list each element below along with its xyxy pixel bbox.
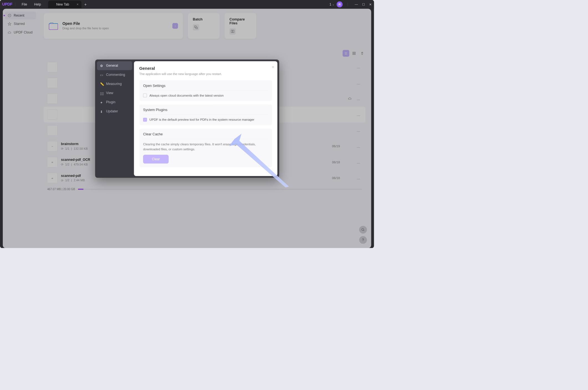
- view-icon: ▯▯: [100, 91, 104, 95]
- divider: [347, 3, 348, 6]
- close-icon[interactable]: ×: [76, 2, 78, 7]
- clear-cache-section: Clear Cache Clearing the cache simply cl…: [139, 129, 272, 167]
- modal-title: General: [139, 66, 272, 71]
- tab-new[interactable]: New Tab ×: [48, 1, 81, 8]
- checkbox-label: Always open cloud documents with the lat…: [149, 94, 224, 97]
- system-plugins-section: System Plugins ✓ UPDF is the default pre…: [139, 104, 272, 125]
- minimize-button[interactable]: —: [355, 2, 358, 6]
- divider: [15, 3, 16, 6]
- section-title: Clear Cache: [143, 132, 268, 139]
- tab-title: New Tab: [51, 2, 75, 6]
- modal-tab-label: Commenting: [106, 73, 125, 77]
- modal-sidebar: ⚙ General ▭ Commenting 📏 Measuring ▯▯ Vi…: [95, 60, 134, 178]
- cache-description: Clearing the cache simply clears tempora…: [143, 142, 268, 151]
- modal-tab-general[interactable]: ⚙ General: [97, 61, 132, 70]
- logo: UUPDFPDF: [2, 2, 12, 7]
- modal-tab-label: Measuring: [106, 82, 122, 86]
- comment-icon: ▭: [100, 73, 104, 77]
- modal-tab-label: General: [106, 64, 118, 68]
- modal-tab-commenting[interactable]: ▭ Commenting: [97, 70, 132, 79]
- download-icon: ⬇: [100, 110, 104, 113]
- menu-file[interactable]: File: [18, 2, 30, 6]
- titlebar: UUPDFPDF File Help New Tab × + 1 ⌄ R — ☐…: [0, 0, 374, 9]
- new-tab-button[interactable]: +: [84, 2, 87, 7]
- modal-tab-plugin[interactable]: ✦ Plugin: [97, 98, 132, 107]
- checkbox-label: UPDF is the default preview tool for PDF…: [149, 118, 254, 122]
- close-icon[interactable]: ×: [272, 64, 274, 69]
- settings-modal: ⚙ General ▭ Commenting 📏 Measuring ▯▯ Vi…: [95, 60, 279, 178]
- section-title: System Plugins: [143, 108, 268, 115]
- checkbox-row[interactable]: Always open cloud documents with the lat…: [143, 94, 268, 97]
- modal-tab-label: Plugin: [106, 100, 116, 104]
- modal-tab-updater[interactable]: ⬇ Updater: [97, 107, 132, 116]
- modal-tab-measuring[interactable]: 📏 Measuring: [97, 79, 132, 88]
- modal-content: × General The application will use the n…: [134, 61, 277, 176]
- window-controls: — ☐ ✕: [355, 2, 372, 6]
- close-button[interactable]: ✕: [369, 2, 372, 6]
- maximize-button[interactable]: ☐: [362, 2, 365, 6]
- notification-counter[interactable]: 1 ⌄: [329, 2, 334, 6]
- clear-button[interactable]: Clear: [143, 155, 168, 164]
- section-title: Open Settings: [143, 84, 268, 90]
- app-window: UUPDFPDF File Help New Tab × + 1 ⌄ R — ☐…: [0, 0, 374, 248]
- checkbox[interactable]: [143, 94, 147, 97]
- ruler-icon: 📏: [100, 82, 104, 86]
- checkbox-checked[interactable]: ✓: [143, 118, 147, 122]
- modal-tab-label: View: [106, 91, 113, 95]
- open-settings-section: Open Settings Always open cloud document…: [139, 80, 272, 101]
- avatar[interactable]: R: [337, 1, 343, 7]
- gear-icon: ⚙: [100, 64, 104, 68]
- language-note: The application will use the new languag…: [139, 72, 272, 76]
- modal-tab-view[interactable]: ▯▯ View: [97, 89, 132, 98]
- checkbox-row[interactable]: ✓ UPDF is the default preview tool for P…: [143, 118, 268, 122]
- menu-help[interactable]: Help: [30, 2, 44, 6]
- plugin-icon: ✦: [100, 100, 104, 104]
- modal-tab-label: Updater: [106, 110, 118, 113]
